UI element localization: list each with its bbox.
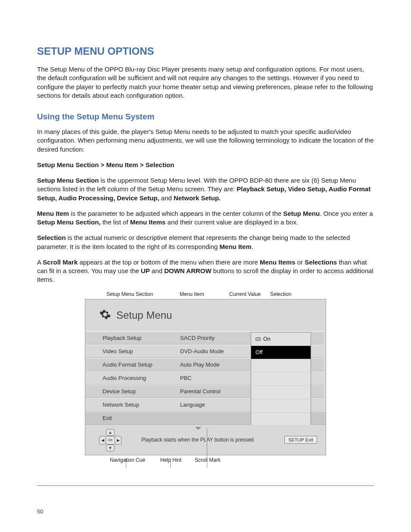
text: is the parameter to be adjusted which ap…: [69, 210, 283, 217]
selection-empty: [251, 359, 311, 373]
callout-label: Menu Item: [180, 291, 204, 297]
item-cell[interactable]: PBC: [176, 371, 245, 385]
text: and their current value are displayed in…: [165, 218, 298, 226]
term: Menu Item: [37, 210, 69, 217]
definition-path: Setup Menu Section > Menu Item > Selecti…: [37, 161, 374, 169]
paragraph: In many places of this guide, the player…: [37, 128, 374, 154]
nav-up-icon[interactable]: ▲: [106, 429, 115, 436]
selection-off[interactable]: Off: [251, 346, 311, 359]
section-cell[interactable]: Network Setup: [85, 398, 176, 411]
item-cell[interactable]: Auto Play Mode: [176, 358, 245, 371]
text: A: [37, 258, 43, 266]
term: Menu Item: [220, 243, 252, 250]
section-cell[interactable]: Device Setup: [85, 385, 176, 398]
paragraph: A Scroll Mark appears at the top or bott…: [37, 258, 374, 284]
selection-overlay: On Off: [251, 332, 311, 426]
item-cell[interactable]: Parental Control: [176, 385, 245, 398]
text: or: [296, 258, 305, 266]
callout-label: Setup Menu Section: [106, 291, 153, 297]
term: UP: [141, 267, 150, 274]
term: DOWN ARROW: [164, 267, 211, 274]
setup-exit-button[interactable]: SETUP Exit: [284, 436, 317, 444]
setup-menu-figure: Setup Menu Section Menu Item Current Val…: [85, 291, 326, 465]
section-cell[interactable]: Video Setup: [85, 345, 176, 358]
term: Selections: [305, 258, 337, 266]
panel-header: Setup Menu: [85, 299, 326, 331]
help-hint: Playback starts when the PLAY button is …: [141, 437, 257, 443]
intro-paragraph: The Setup Menu of the OPPO Blu-ray Disc …: [37, 65, 374, 100]
text: and: [159, 194, 174, 202]
paragraph: Menu Item is the parameter to be adjuste…: [37, 209, 374, 227]
item-cell[interactable]: SACD Priority: [176, 331, 245, 345]
scroll-mark-icon: [194, 426, 202, 432]
panel-title: Setup Menu: [116, 309, 172, 321]
section-heading: Using the Setup Menu System: [37, 112, 374, 121]
setup-menu-panel: Setup Menu Playback Setup SACD Priority …: [85, 299, 326, 455]
nav-right-icon[interactable]: ▶: [115, 436, 121, 445]
term: Setup Menu Section,: [37, 218, 101, 226]
navigation-cue: ▲ ▼ ◀ ▶ OK: [99, 429, 121, 451]
term: Scroll Mark: [43, 258, 78, 266]
page-title: SETUP MENU OPTIONS: [37, 45, 374, 57]
paragraph: Setup Menu Section is the uppermost Setu…: [37, 176, 374, 202]
paragraph: Selection is the actual numeric or descr…: [37, 233, 374, 251]
term: Setup Menu Section: [37, 177, 99, 184]
term: Menu Items: [130, 218, 166, 226]
footer-rule: [37, 485, 374, 486]
text: and: [150, 267, 164, 274]
item-cell[interactable]: DVD-Audio Mode: [176, 345, 245, 358]
text: the list of: [101, 218, 130, 226]
callout-label: Scroll Mark: [195, 457, 221, 463]
definition-path-text: Setup Menu Section > Menu Item > Selecti…: [37, 161, 174, 168]
gear-icon: [99, 308, 111, 322]
term: Network Setup.: [174, 194, 221, 202]
text: appears at the top or bottom of the menu…: [78, 258, 260, 266]
section-cell[interactable]: Audio Format Setup: [85, 358, 176, 371]
selection-empty: [251, 413, 311, 426]
term: Setup Menu: [283, 210, 320, 217]
selection-empty: [251, 399, 311, 413]
page-number: 50: [37, 508, 43, 515]
nav-ok-button[interactable]: OK: [106, 436, 115, 445]
nav-down-icon[interactable]: ▼: [106, 445, 115, 451]
text: is the actual numeric or descriptive ele…: [37, 234, 350, 250]
section-cell[interactable]: Audio Processing: [85, 371, 176, 385]
text: .: [252, 243, 253, 250]
text: . Once you enter a: [320, 210, 373, 217]
item-cell[interactable]: Language: [176, 398, 245, 411]
selection-empty: [251, 373, 311, 386]
callout-label: Help Hint: [160, 457, 181, 463]
selection-empty: [251, 386, 311, 399]
callout-label: Current Value: [229, 291, 261, 297]
callout-label: Navigation Cue: [110, 457, 145, 463]
section-cell[interactable]: Playback Setup: [85, 331, 176, 345]
svg-marker-0: [195, 427, 201, 429]
callout-label: Selection: [270, 291, 291, 297]
panel-footer: ▲ ▼ ◀ ▶ OK Playback starts when the PLAY…: [85, 425, 326, 455]
term: Menu Items: [260, 258, 296, 266]
selection-on[interactable]: On: [251, 333, 311, 346]
term: Selection: [37, 234, 66, 241]
nav-left-icon[interactable]: ◀: [99, 436, 106, 445]
